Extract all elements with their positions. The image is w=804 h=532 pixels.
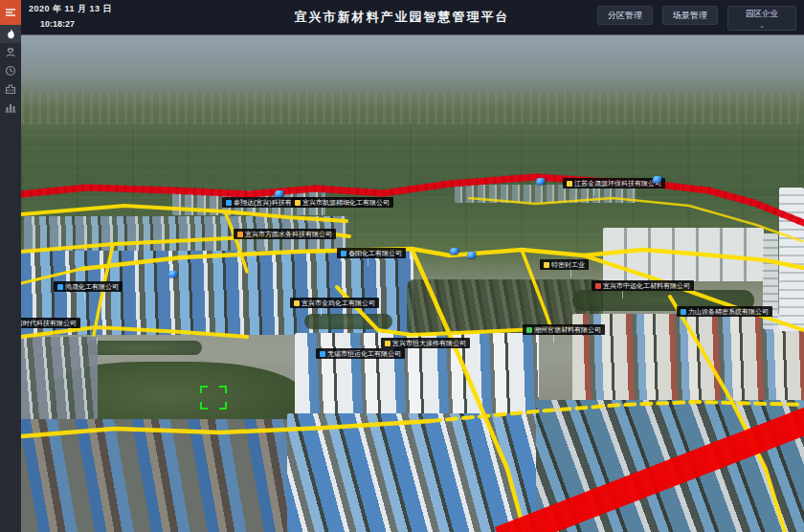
company-label-text: 宜兴市恒大涂件有限公司	[392, 340, 466, 346]
company-label-text: 宜兴市方圆水务科技有限公司	[245, 231, 332, 237]
label-leader-line	[570, 269, 571, 277]
factory-icon	[5, 83, 16, 95]
label-leader-line	[622, 290, 623, 299]
blue-marker[interactable]	[168, 271, 177, 277]
label-leader-line	[412, 347, 413, 356]
company-label-text: 春阳化工有限公司	[348, 250, 402, 256]
company-icon	[595, 283, 601, 289]
company-label[interactable]: 无锡市恒运化工有限公司	[316, 348, 405, 359]
company-icon	[226, 200, 232, 206]
flame-icon	[6, 29, 16, 40]
company-label-text: 江苏金晟源环保科技有限公司	[574, 180, 661, 187]
company-label-text: 力山设备精密系统有限公司	[688, 308, 769, 315]
blue-marker[interactable]	[466, 252, 476, 258]
company-label-text: 鸿晟化工有限公司	[65, 283, 119, 290]
company-label-text: 特密封工业	[551, 261, 585, 268]
sidebar-item-enterprise[interactable]	[0, 79, 21, 98]
zone-manage-button[interactable]: 分区管理	[597, 6, 653, 25]
company-label[interactable]: 江苏金晟源环保科技有限公司	[563, 178, 665, 188]
company-label[interactable]: 春阳化工有限公司	[337, 248, 406, 258]
company-label-text: 潮州官塘材料有限公司	[534, 326, 601, 333]
company-icon	[526, 327, 532, 333]
company-icon	[320, 351, 325, 357]
company-icon	[567, 181, 572, 187]
company-label[interactable]: 潮州官塘材料有限公司	[523, 324, 605, 335]
chevron-down-icon: ⌄	[759, 22, 766, 30]
top-header-bar: 2020 年 11 月 13 日 10:18:27 宜兴市新材料产业园智慧管理平…	[0, 0, 804, 34]
sidebar-item-fire[interactable]	[0, 25, 21, 43]
company-icon	[385, 341, 391, 346]
gauge-icon	[5, 65, 16, 77]
company-label-text: 宜兴市中远化工材料有限公司	[603, 282, 690, 289]
blue-marker[interactable]	[274, 190, 283, 197]
label-leader-line	[553, 334, 554, 343]
company-label[interactable]: 力山设备精密系统有限公司	[677, 306, 772, 317]
blue-marker[interactable]	[449, 248, 458, 255]
map-label-layer: 泰翔达(宜兴)科技有限公司宜兴市凯源精细化工有限公司宜兴市方圆水务科技有限公司春…	[0, 0, 804, 532]
label-leader-line	[84, 291, 85, 299]
sidebar-item-statistics[interactable]	[0, 98, 21, 116]
enterprise-dropdown-label: 园区企业	[746, 9, 778, 20]
app-window: 泰翔达(宜兴)科技有限公司宜兴市凯源精细化工有限公司宜兴市方圆水务科技有限公司春…	[0, 0, 804, 532]
company-label-text: 宜兴市凯源精细化工有限公司	[302, 199, 390, 206]
label-leader-line	[322, 207, 323, 215]
company-label[interactable]: 宜兴市中远化工材料有限公司	[592, 280, 694, 291]
company-label[interactable]: 鸿晟化工有限公司	[54, 281, 123, 292]
company-icon	[294, 300, 300, 306]
label-leader-line	[707, 316, 708, 324]
left-sidebar	[0, 0, 21, 532]
sidebar-item-menu[interactable]	[0, 0, 21, 25]
label-leader-line	[264, 238, 265, 247]
company-label[interactable]: 宜兴市凯源精细化工有限公司	[291, 197, 393, 208]
sidebar-item-operator[interactable]	[0, 43, 21, 61]
enterprise-dropdown[interactable]: 园区企业 ⌄	[727, 6, 796, 31]
blue-marker[interactable]	[535, 178, 545, 185]
company-label-text: 宜兴市金鸡化工有限公司	[302, 299, 375, 306]
company-icon	[295, 200, 301, 206]
company-icon	[341, 251, 346, 256]
company-icon	[681, 309, 686, 315]
company-label[interactable]: 宜兴市恒大涂件有限公司	[381, 338, 470, 348]
operator-icon	[5, 47, 16, 58]
label-leader-line	[346, 358, 347, 366]
scene-manage-button[interactable]: 场景管理	[662, 6, 718, 25]
company-label-text: 无锡市恒运化工有限公司	[327, 350, 401, 357]
label-leader-line	[253, 207, 254, 215]
sidebar-item-monitor[interactable]	[0, 61, 21, 79]
blue-marker[interactable]	[652, 176, 661, 183]
selection-reticle	[200, 386, 227, 410]
company-icon	[57, 284, 63, 290]
bar-chart-icon	[5, 101, 16, 113]
menu-icon	[5, 7, 16, 18]
company-label[interactable]: 宜兴市方圆水务科技有限公司	[234, 229, 336, 239]
company-icon	[544, 262, 549, 268]
company-icon	[237, 232, 243, 237]
label-leader-line	[593, 188, 594, 196]
company-label[interactable]: 宜兴市金鸡化工有限公司	[290, 298, 379, 308]
label-leader-line	[368, 257, 368, 266]
label-leader-line	[321, 307, 322, 316]
company-label[interactable]: 特密封工业	[540, 259, 589, 270]
